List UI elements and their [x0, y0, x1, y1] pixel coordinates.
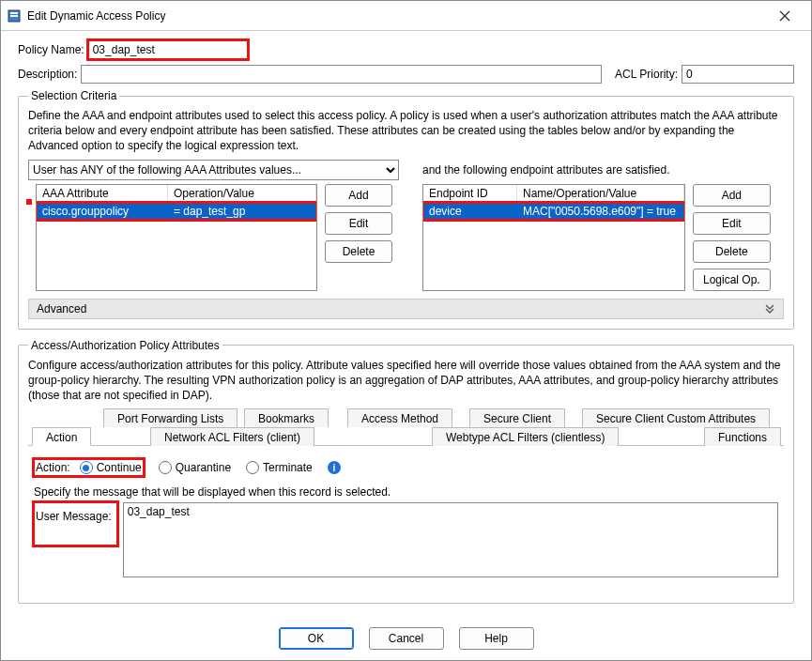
- policy-name-row: Policy Name:: [18, 40, 794, 59]
- aaa-edit-button[interactable]: Edit: [325, 212, 392, 235]
- info-icon[interactable]: i: [328, 461, 341, 474]
- tab-secure-client[interactable]: Secure Client: [469, 408, 565, 427]
- tab-functions[interactable]: Functions: [704, 427, 781, 446]
- tab-webtype-acl[interactable]: Webtype ACL Filters (clientless): [432, 427, 619, 446]
- aaa-delete-button[interactable]: Delete: [325, 240, 392, 263]
- tab-bookmarks[interactable]: Bookmarks: [244, 408, 329, 427]
- tab-port-forwarding[interactable]: Port Forwarding Lists: [103, 408, 237, 427]
- titlebar: Edit Dynamic Access Policy: [1, 1, 811, 31]
- endpoint-and-text: and the following endpoint attributes ar…: [422, 160, 784, 180]
- selection-criteria-group: Selection Criteria Define the AAA and en…: [18, 89, 794, 330]
- radio-terminate-label: Terminate: [263, 461, 313, 474]
- action-label: Action:: [36, 461, 70, 474]
- ep-col-id: Endpoint ID: [423, 185, 517, 202]
- policy-description: Configure access/authorization attribute…: [28, 358, 784, 404]
- endpoint-table-header: Endpoint ID Name/Operation/Value: [423, 185, 684, 203]
- description-label: Description:: [18, 68, 77, 81]
- help-button[interactable]: Help: [459, 627, 534, 650]
- acl-priority-label: ACL Priority:: [615, 68, 678, 81]
- criteria-row: User has ANY of the following AAA Attrib…: [28, 160, 784, 291]
- endpoint-add-button[interactable]: Add: [693, 184, 771, 207]
- user-message-row: User Message:: [34, 502, 778, 577]
- aaa-col-attribute: AAA Attribute: [37, 185, 168, 202]
- endpoint-table[interactable]: Endpoint ID Name/Operation/Value device …: [422, 184, 685, 291]
- dialog-window: Edit Dynamic Access Policy Policy Name: …: [0, 0, 812, 661]
- svg-rect-2: [10, 15, 18, 17]
- aaa-table-header: AAA Attribute Operation/Value: [37, 185, 316, 203]
- action-row: Action: Continue Quarantine Terminate i: [34, 459, 778, 476]
- aaa-cell-op: = dap_test_gp: [168, 203, 316, 220]
- radio-continue-label: Continue: [97, 461, 142, 474]
- window-title: Edit Dynamic Access Policy: [27, 9, 766, 23]
- dialog-content: Policy Name: Description: ACL Priority: …: [1, 31, 811, 617]
- endpoint-logicalop-button[interactable]: Logical Op.: [693, 269, 771, 291]
- cancel-button[interactable]: Cancel: [369, 627, 444, 650]
- advanced-label: Advanced: [37, 302, 86, 315]
- endpoint-delete-button[interactable]: Delete: [693, 240, 771, 263]
- aaa-cell-attr: cisco.grouppolicy: [37, 203, 168, 220]
- endpoint-column: and the following endpoint attributes ar…: [422, 160, 784, 291]
- ep-cell-val: MAC["0050.5698.e609"] = true: [517, 203, 684, 220]
- endpoint-table-area: Endpoint ID Name/Operation/Value device …: [422, 184, 784, 291]
- aaa-column: User has ANY of the following AAA Attrib…: [28, 160, 413, 291]
- tab-strip: Port Forwarding Lists Bookmarks Access M…: [28, 408, 784, 446]
- acl-priority-input[interactable]: [682, 65, 794, 84]
- ep-cell-id: device: [423, 203, 517, 220]
- chevron-down-icon: [764, 303, 775, 315]
- tab-action[interactable]: Action: [32, 427, 91, 446]
- dialog-footer: OK Cancel Help: [1, 617, 811, 660]
- endpoint-row[interactable]: device MAC["0050.5698.e609"] = true: [423, 203, 684, 220]
- tab-secure-client-custom[interactable]: Secure Client Custom Attributes: [582, 408, 770, 427]
- aaa-button-col: Add Edit Delete: [325, 184, 392, 263]
- aaa-mode-select[interactable]: User has ANY of the following AAA Attrib…: [28, 160, 399, 180]
- radio-continue[interactable]: Continue: [80, 461, 142, 474]
- advanced-toggle[interactable]: Advanced: [28, 299, 784, 319]
- tab-network-acl[interactable]: Network ACL Filters (client): [150, 427, 314, 446]
- policy-attributes-group: Access/Authorization Policy Attributes C…: [18, 339, 794, 604]
- endpoint-button-col: Add Edit Delete Logical Op.: [693, 184, 771, 291]
- aaa-table-area: AAA Attribute Operation/Value cisco.grou…: [28, 184, 413, 291]
- aaa-attribute-table[interactable]: AAA Attribute Operation/Value cisco.grou…: [36, 184, 317, 291]
- policy-attributes-legend: Access/Authorization Policy Attributes: [28, 339, 222, 352]
- aaa-col-operation: Operation/Value: [168, 185, 316, 202]
- radio-quarantine[interactable]: Quarantine: [159, 461, 231, 474]
- policy-name-label: Policy Name:: [18, 43, 84, 56]
- user-message-prompt: Specify the message that will be display…: [34, 485, 778, 499]
- description-row: Description: ACL Priority:: [18, 65, 794, 84]
- radio-quarantine-label: Quarantine: [176, 461, 231, 474]
- ep-col-val: Name/Operation/Value: [517, 185, 684, 202]
- selection-description: Define the AAA and endpoint attributes u…: [28, 108, 784, 154]
- user-message-label: User Message:: [36, 510, 112, 523]
- description-input[interactable]: [81, 65, 602, 84]
- tab-access-method[interactable]: Access Method: [347, 408, 452, 427]
- radio-terminate[interactable]: Terminate: [246, 461, 313, 474]
- endpoint-edit-button[interactable]: Edit: [693, 212, 771, 235]
- selection-criteria-legend: Selection Criteria: [28, 89, 119, 102]
- aaa-row[interactable]: cisco.grouppolicy = dap_test_gp: [37, 203, 316, 220]
- aaa-add-button[interactable]: Add: [325, 184, 392, 207]
- close-button[interactable]: [766, 3, 804, 29]
- svg-rect-1: [10, 12, 18, 14]
- policy-name-input[interactable]: [88, 40, 248, 59]
- app-icon: [7, 8, 22, 23]
- user-message-input[interactable]: [123, 502, 778, 577]
- ok-button[interactable]: OK: [279, 627, 354, 650]
